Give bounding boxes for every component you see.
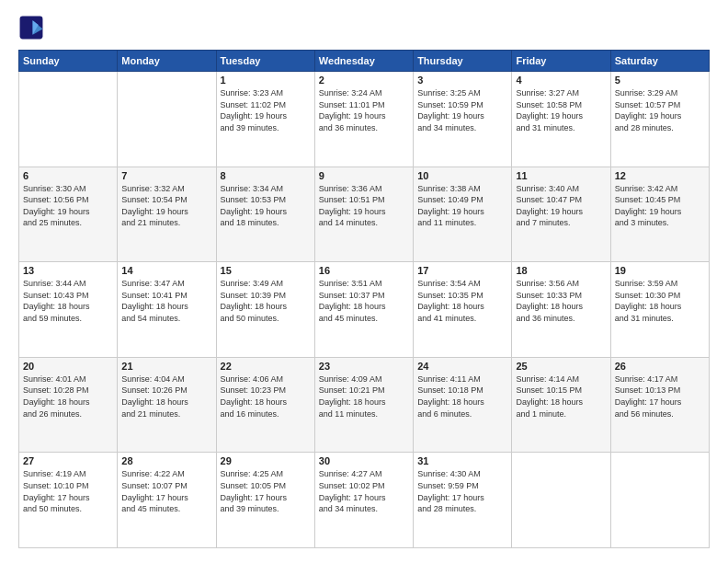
day-info: Sunrise: 4:17 AM Sunset: 10:13 PM Daylig…: [615, 373, 705, 419]
calendar-cell: 31Sunrise: 4:30 AM Sunset: 9:59 PM Dayli…: [414, 453, 512, 548]
day-info: Sunrise: 3:27 AM Sunset: 10:58 PM Daylig…: [516, 87, 606, 133]
calendar-cell: 1Sunrise: 3:23 AM Sunset: 11:02 PM Dayli…: [216, 72, 314, 167]
day-info: Sunrise: 4:25 AM Sunset: 10:05 PM Daylig…: [221, 468, 311, 514]
day-number: 23: [319, 361, 409, 372]
day-info: Sunrise: 3:23 AM Sunset: 11:02 PM Daylig…: [221, 87, 311, 133]
day-info: Sunrise: 3:25 AM Sunset: 10:59 PM Daylig…: [417, 87, 507, 133]
calendar-cell: [610, 453, 709, 548]
day-number: 29: [221, 455, 311, 466]
calendar-cell: 21Sunrise: 4:04 AM Sunset: 10:26 PM Dayl…: [118, 357, 216, 453]
day-info: Sunrise: 3:44 AM Sunset: 10:43 PM Daylig…: [23, 278, 113, 324]
calendar-header-row: SundayMondayTuesdayWednesdayThursdayFrid…: [19, 51, 710, 72]
day-number: 18: [516, 265, 606, 276]
calendar-cell: 23Sunrise: 4:09 AM Sunset: 10:21 PM Dayl…: [314, 357, 413, 453]
weekday-header: Friday: [512, 51, 610, 72]
day-number: 16: [319, 265, 409, 276]
day-info: Sunrise: 3:47 AM Sunset: 10:41 PM Daylig…: [121, 278, 211, 324]
day-info: Sunrise: 4:04 AM Sunset: 10:26 PM Daylig…: [121, 373, 211, 419]
page: SundayMondayTuesdayWednesdayThursdayFrid…: [0, 0, 728, 563]
day-number: 12: [615, 170, 705, 181]
calendar-cell: 7Sunrise: 3:32 AM Sunset: 10:54 PM Dayli…: [118, 167, 216, 262]
day-info: Sunrise: 3:54 AM Sunset: 10:35 PM Daylig…: [417, 278, 507, 324]
day-info: Sunrise: 3:34 AM Sunset: 10:53 PM Daylig…: [221, 183, 311, 229]
calendar-cell: 11Sunrise: 3:40 AM Sunset: 10:47 PM Dayl…: [512, 167, 610, 262]
day-number: 14: [121, 265, 211, 276]
day-info: Sunrise: 3:49 AM Sunset: 10:39 PM Daylig…: [221, 278, 311, 324]
day-number: 22: [221, 361, 311, 372]
day-info: Sunrise: 4:14 AM Sunset: 10:15 PM Daylig…: [516, 373, 606, 419]
calendar-cell: 4Sunrise: 3:27 AM Sunset: 10:58 PM Dayli…: [512, 72, 610, 167]
day-info: Sunrise: 3:29 AM Sunset: 10:57 PM Daylig…: [615, 87, 705, 133]
calendar-cell: 26Sunrise: 4:17 AM Sunset: 10:13 PM Dayl…: [610, 357, 709, 453]
day-info: Sunrise: 4:22 AM Sunset: 10:07 PM Daylig…: [121, 468, 211, 514]
day-info: Sunrise: 4:19 AM Sunset: 10:10 PM Daylig…: [23, 468, 113, 514]
day-info: Sunrise: 3:30 AM Sunset: 10:56 PM Daylig…: [23, 183, 113, 229]
day-number: 27: [23, 455, 113, 466]
day-info: Sunrise: 4:30 AM Sunset: 9:59 PM Dayligh…: [417, 468, 507, 514]
calendar-week-row: 6Sunrise: 3:30 AM Sunset: 10:56 PM Dayli…: [19, 167, 710, 262]
day-info: Sunrise: 4:11 AM Sunset: 10:18 PM Daylig…: [417, 373, 507, 419]
day-info: Sunrise: 4:01 AM Sunset: 10:28 PM Daylig…: [23, 373, 113, 419]
calendar-cell: 29Sunrise: 4:25 AM Sunset: 10:05 PM Dayl…: [216, 453, 314, 548]
calendar-cell: 9Sunrise: 3:36 AM Sunset: 10:51 PM Dayli…: [314, 167, 413, 262]
day-info: Sunrise: 3:40 AM Sunset: 10:47 PM Daylig…: [516, 183, 606, 229]
day-number: 26: [615, 361, 705, 372]
calendar-week-row: 13Sunrise: 3:44 AM Sunset: 10:43 PM Dayl…: [19, 262, 710, 358]
day-number: 11: [516, 170, 606, 181]
calendar-cell: 24Sunrise: 4:11 AM Sunset: 10:18 PM Dayl…: [414, 357, 512, 453]
day-info: Sunrise: 3:36 AM Sunset: 10:51 PM Daylig…: [319, 183, 409, 229]
calendar-cell: 15Sunrise: 3:49 AM Sunset: 10:39 PM Dayl…: [216, 262, 314, 358]
day-info: Sunrise: 3:32 AM Sunset: 10:54 PM Daylig…: [121, 183, 211, 229]
day-number: 24: [417, 361, 507, 372]
calendar-cell: 18Sunrise: 3:56 AM Sunset: 10:33 PM Dayl…: [512, 262, 610, 358]
weekday-header: Thursday: [414, 51, 512, 72]
logo: [18, 15, 48, 40]
calendar-cell: 25Sunrise: 4:14 AM Sunset: 10:15 PM Dayl…: [512, 357, 610, 453]
day-number: 5: [615, 75, 705, 86]
calendar-week-row: 27Sunrise: 4:19 AM Sunset: 10:10 PM Dayl…: [19, 453, 710, 548]
calendar-cell: 16Sunrise: 3:51 AM Sunset: 10:37 PM Dayl…: [314, 262, 413, 358]
day-number: 19: [615, 265, 705, 276]
day-number: 31: [417, 455, 507, 466]
day-info: Sunrise: 3:24 AM Sunset: 11:01 PM Daylig…: [319, 87, 409, 133]
calendar-cell: 13Sunrise: 3:44 AM Sunset: 10:43 PM Dayl…: [19, 262, 118, 358]
day-number: 7: [121, 170, 211, 181]
weekday-header: Saturday: [610, 51, 709, 72]
calendar-week-row: 1Sunrise: 3:23 AM Sunset: 11:02 PM Dayli…: [19, 72, 710, 167]
calendar-cell: [19, 72, 118, 167]
day-number: 10: [417, 170, 507, 181]
day-number: 6: [23, 170, 113, 181]
day-info: Sunrise: 3:59 AM Sunset: 10:30 PM Daylig…: [615, 278, 705, 324]
weekday-header: Tuesday: [216, 51, 314, 72]
calendar-cell: 8Sunrise: 3:34 AM Sunset: 10:53 PM Dayli…: [216, 167, 314, 262]
weekday-header: Monday: [118, 51, 216, 72]
weekday-header: Wednesday: [314, 51, 413, 72]
day-number: 13: [23, 265, 113, 276]
day-number: 8: [221, 170, 311, 181]
day-number: 21: [121, 361, 211, 372]
calendar-cell: 10Sunrise: 3:38 AM Sunset: 10:49 PM Dayl…: [414, 167, 512, 262]
calendar-cell: 19Sunrise: 3:59 AM Sunset: 10:30 PM Dayl…: [610, 262, 709, 358]
day-info: Sunrise: 3:51 AM Sunset: 10:37 PM Daylig…: [319, 278, 409, 324]
calendar-cell: [118, 72, 216, 167]
calendar-cell: 6Sunrise: 3:30 AM Sunset: 10:56 PM Dayli…: [19, 167, 118, 262]
day-number: 17: [417, 265, 507, 276]
day-number: 30: [319, 455, 409, 466]
day-number: 3: [417, 75, 507, 86]
calendar-cell: 3Sunrise: 3:25 AM Sunset: 10:59 PM Dayli…: [414, 72, 512, 167]
logo-icon: [18, 15, 44, 40]
calendar-cell: 5Sunrise: 3:29 AM Sunset: 10:57 PM Dayli…: [610, 72, 709, 167]
day-number: 9: [319, 170, 409, 181]
weekday-header: Sunday: [19, 51, 118, 72]
day-number: 25: [516, 361, 606, 372]
day-info: Sunrise: 4:27 AM Sunset: 10:02 PM Daylig…: [319, 468, 409, 514]
calendar-cell: 28Sunrise: 4:22 AM Sunset: 10:07 PM Dayl…: [118, 453, 216, 548]
day-number: 28: [121, 455, 211, 466]
calendar-cell: [512, 453, 610, 548]
calendar-week-row: 20Sunrise: 4:01 AM Sunset: 10:28 PM Dayl…: [19, 357, 710, 453]
calendar-cell: 30Sunrise: 4:27 AM Sunset: 10:02 PM Dayl…: [314, 453, 413, 548]
day-info: Sunrise: 4:06 AM Sunset: 10:23 PM Daylig…: [221, 373, 311, 419]
calendar-cell: 12Sunrise: 3:42 AM Sunset: 10:45 PM Dayl…: [610, 167, 709, 262]
calendar-cell: 20Sunrise: 4:01 AM Sunset: 10:28 PM Dayl…: [19, 357, 118, 453]
day-number: 4: [516, 75, 606, 86]
